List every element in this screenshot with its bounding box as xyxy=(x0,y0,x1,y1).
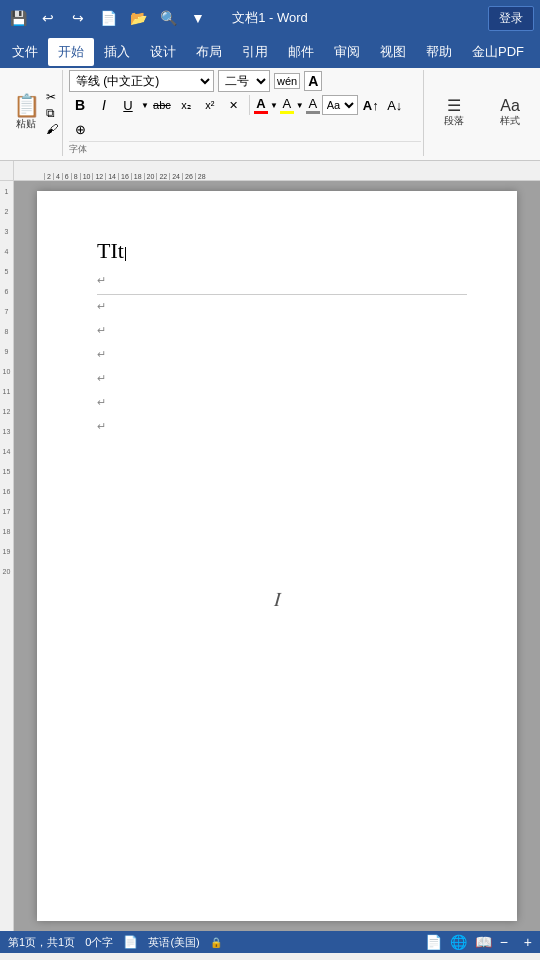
paste-button[interactable]: 📋 粘贴 xyxy=(8,95,44,131)
lr-9: 9 xyxy=(0,341,13,361)
page-info: 第1页，共1页 xyxy=(8,935,75,950)
ruler-scale: 2 4 6 8 10 12 14 16 18 20 22 24 26 28 xyxy=(44,173,208,180)
ruler-marks: 2 4 6 8 10 12 14 16 18 20 22 24 26 28 xyxy=(14,161,540,180)
bold-button[interactable]: B xyxy=(69,94,91,116)
menu-item-file[interactable]: 文件 xyxy=(2,38,48,66)
grow-font-button[interactable]: A↑ xyxy=(360,94,382,116)
clipboard-section: 📋 粘贴 ✂ ⧉ 🖌 xyxy=(4,70,63,156)
ruler-corner xyxy=(0,161,14,180)
login-button[interactable]: 登录 xyxy=(488,6,534,31)
aa-select[interactable]: Aa xyxy=(322,95,358,115)
zoom-out-icon[interactable]: − xyxy=(500,934,508,950)
format-painter-icon[interactable]: 🖌 xyxy=(46,122,58,136)
new-icon[interactable]: 📄 xyxy=(96,6,120,30)
doc-icon[interactable]: 📄 xyxy=(123,935,138,949)
para-mark-6: ↵ xyxy=(97,393,467,413)
ribbon: 📋 粘贴 ✂ ⧉ 🖌 等线 (中文正文) 二号 wén A xyxy=(0,68,540,161)
font-size-select[interactable]: 二号 xyxy=(218,70,270,92)
title-bar: 💾 ↩ ↪ 📄 📂 🔍 ▼ 文档1 - Word 登录 xyxy=(0,0,540,36)
clipboard-small-icons: ✂ ⧉ 🖌 xyxy=(46,90,58,136)
cut-icon[interactable]: ✂ xyxy=(46,90,58,104)
italic-button[interactable]: I xyxy=(93,94,115,116)
menu-item-insert[interactable]: 插入 xyxy=(94,38,140,66)
font-color-label: A xyxy=(256,96,265,111)
style-button[interactable]: Aa 样式 xyxy=(484,94,536,132)
emphasis-button[interactable]: ⊕ xyxy=(69,118,91,140)
redo-icon[interactable]: ↪ xyxy=(66,6,90,30)
open-icon[interactable]: 📂 xyxy=(126,6,150,30)
more-icon[interactable]: ▼ xyxy=(186,6,210,30)
text-line-7: ↵ xyxy=(97,417,467,441)
lr-20: 20 xyxy=(0,561,13,581)
copy-icon[interactable]: ⧉ xyxy=(46,106,58,120)
shading-color-bar xyxy=(306,111,320,114)
shading-button[interactable]: A xyxy=(306,96,320,114)
text-content-1: TIt xyxy=(97,238,124,263)
menu-item-review[interactable]: 审阅 xyxy=(324,38,370,66)
menu-item-mailings[interactable]: 邮件 xyxy=(278,38,324,66)
page-content[interactable]: TIt ↵ ↵ ↵ ↵ ↵ ↵ ↵ 𝐼 xyxy=(37,191,517,871)
font-section-label: 字体 xyxy=(69,141,421,156)
text-line-4: ↵ xyxy=(97,345,467,369)
zoom-in-icon[interactable]: + xyxy=(524,934,532,950)
save-icon[interactable]: 💾 xyxy=(6,6,30,30)
style-label: 样式 xyxy=(500,114,520,128)
paragraph-label: 段落 xyxy=(444,114,464,128)
font-para-area: 等线 (中文正文) 二号 wén A B I U ▼ abc x₂ x² ✕ xyxy=(69,70,421,156)
lr-11: 11 xyxy=(0,381,13,401)
font-icon[interactable]: A xyxy=(304,71,322,91)
menu-item-help[interactable]: 帮助 xyxy=(416,38,462,66)
menu-item-jinshan[interactable]: 金山PDF xyxy=(462,38,534,66)
menu-item-home[interactable]: 开始 xyxy=(48,38,94,66)
text-line-6: ↵ xyxy=(97,393,467,417)
font-name-select[interactable]: 等线 (中文正文) xyxy=(69,70,214,92)
superscript-button[interactable]: x² xyxy=(199,94,221,116)
menu-item-design[interactable]: 设计 xyxy=(140,38,186,66)
para-mark-4: ↵ xyxy=(97,345,467,365)
underline-button[interactable]: U xyxy=(117,94,139,116)
view-read-icon[interactable]: 📖 xyxy=(475,934,492,950)
para-mark-3: ↵ xyxy=(97,321,467,341)
lr-6: 6 xyxy=(0,281,13,301)
special-char-icon[interactable]: wén xyxy=(274,73,300,89)
paragraph-icon: ☰ xyxy=(447,98,461,114)
underline-arrow[interactable]: ▼ xyxy=(141,101,149,110)
zoom-icon[interactable]: 🔍 xyxy=(156,6,180,30)
highlight-button[interactable]: A xyxy=(280,96,294,114)
para-mark-7: ↵ xyxy=(97,417,467,437)
view-web-icon[interactable]: 🌐 xyxy=(450,934,467,950)
clear-format-button[interactable]: ✕ xyxy=(223,94,245,116)
lr-18: 18 xyxy=(0,521,13,541)
menu-bar: 文件 开始 插入 设计 布局 引用 邮件 审阅 视图 帮助 金山PDF xyxy=(0,36,540,68)
menu-item-references[interactable]: 引用 xyxy=(232,38,278,66)
paragraph-button[interactable]: ☰ 段落 xyxy=(428,94,480,132)
strikethrough-button[interactable]: abc xyxy=(151,94,173,116)
shrink-font-button[interactable]: A↓ xyxy=(384,94,406,116)
para-style-section: ☰ 段落 Aa 样式 xyxy=(423,70,536,156)
lr-8: 8 xyxy=(0,321,13,341)
word-count: 0个字 xyxy=(85,935,113,950)
language-icon[interactable]: 🔒 xyxy=(210,937,222,948)
status-right: 📄 🌐 📖 − + xyxy=(425,934,532,950)
lr-12: 12 xyxy=(0,401,13,421)
menu-item-layout[interactable]: 布局 xyxy=(186,38,232,66)
text-line-3: ↵ xyxy=(97,321,467,345)
separator1 xyxy=(249,95,250,115)
lr-10: 10 xyxy=(0,361,13,381)
text-line-5: ↵ xyxy=(97,369,467,393)
lr-17: 17 xyxy=(0,501,13,521)
font-color-button[interactable]: A xyxy=(254,96,268,114)
font-color-bar xyxy=(254,111,268,114)
undo-icon[interactable]: ↩ xyxy=(36,6,60,30)
highlight-arrow[interactable]: ▼ xyxy=(296,101,304,110)
highlight-color-bar xyxy=(280,111,294,114)
paste-label: 粘贴 xyxy=(16,117,36,131)
menu-item-view[interactable]: 视图 xyxy=(370,38,416,66)
subscript-button[interactable]: x₂ xyxy=(175,94,197,116)
i-beam-cursor: 𝐼 xyxy=(274,581,281,617)
lr-14: 14 xyxy=(0,441,13,461)
font-color-arrow[interactable]: ▼ xyxy=(270,101,278,110)
document-page[interactable]: TIt ↵ ↵ ↵ ↵ ↵ ↵ ↵ 𝐼 xyxy=(37,191,517,921)
view-print-icon[interactable]: 📄 xyxy=(425,934,442,950)
language[interactable]: 英语(美国) xyxy=(148,935,199,950)
